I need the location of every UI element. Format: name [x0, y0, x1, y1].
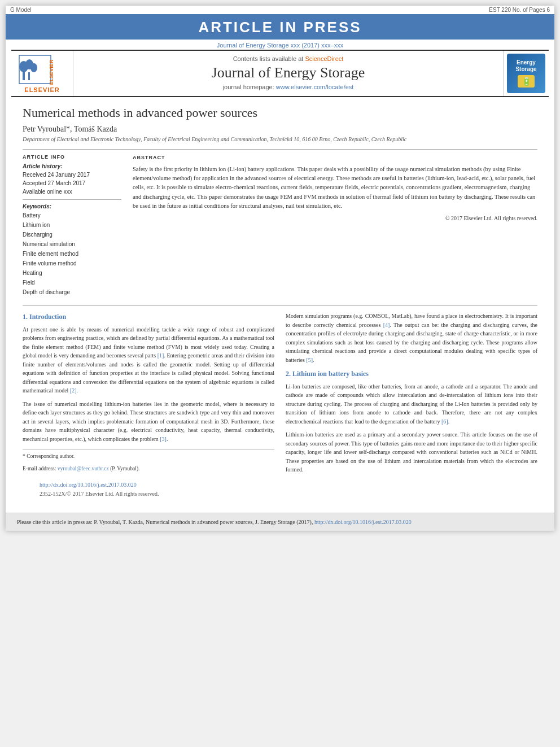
ref-4[interactable]: [4]	[383, 322, 390, 328]
ref-1[interactable]: [1]	[158, 352, 164, 359]
journal-link-text[interactable]: Journal of Energy Storage xxx (2017) xxx…	[217, 42, 343, 49]
article-title: Numerical methods in advanced power sour…	[23, 106, 537, 120]
received-text: Received 24 January 2017	[23, 171, 121, 179]
abstract-text: Safety is the first priority in lithium …	[133, 165, 537, 211]
g-model-label: G Model	[10, 7, 32, 13]
badge-line1: Energy	[517, 59, 536, 65]
homepage-line: journal homepage: www.elsevier.com/locat…	[79, 84, 497, 90]
email-label: E-mail address:	[23, 466, 56, 471]
intro-title: 1. Introduction	[23, 312, 274, 322]
article-info-label: ARTICLE INFO	[23, 154, 121, 160]
article-in-press-banner: ARTICLE IN PRESS	[6, 14, 554, 40]
email-link[interactable]: vyroubal@feec.vutbr.cz	[58, 466, 109, 471]
article-meta: ARTICLE INFO Article history: Received 2…	[23, 149, 537, 297]
journal-title: Journal of Energy Storage	[79, 64, 497, 81]
footnote-area: * Corresponding author. E-mail address: …	[23, 449, 274, 473]
page: G Model EST 220 No. of Pages 6 ARTICLE I…	[6, 6, 554, 531]
est-no-label: EST 220 No. of Pages 6	[489, 7, 550, 13]
ref-6[interactable]: [6]	[441, 418, 448, 425]
article-info: ARTICLE INFO Article history: Received 2…	[23, 154, 121, 297]
citation-bar: Please cite this article in press as: P.…	[6, 513, 554, 531]
liion-para-2: Lithium-ion batteries are used as a prim…	[286, 430, 537, 474]
abstract-copyright: © 2017 Elsevier Ltd. All rights reserved…	[133, 214, 537, 223]
energy-storage-badge: Energy Storage 🔋	[507, 54, 545, 93]
elsevier-logo-area: ELSEVIER ELSEVIER	[11, 51, 73, 96]
accepted-text: Accepted 27 March 2017	[23, 179, 121, 187]
available-text: Available online xxx	[23, 187, 121, 196]
banner-text: ARTICLE IN PRESS	[198, 19, 361, 36]
doi-link[interactable]: http://dx.doi.org/10.1016/j.est.2017.03.…	[40, 482, 137, 488]
liion-title: 2. Lithium ion battery basics	[286, 369, 537, 379]
svg-text:ELSEVIER: ELSEVIER	[49, 59, 54, 85]
copyright-footer: 2352-152X/© 2017 Elsevier Ltd. All right…	[23, 491, 537, 501]
article-authors: Petr Vyroubal*, Tomáš Kazda	[23, 125, 537, 134]
divider	[23, 199, 121, 200]
footnote-email: E-mail address: vyroubal@feec.vutbr.cz (…	[23, 465, 274, 473]
elsevier-logo-svg: ELSEVIER	[18, 54, 66, 85]
elsevier-wordmark: ELSEVIER	[24, 86, 59, 93]
article-content: Numerical methods in advanced power sour…	[6, 97, 554, 513]
contents-line: Contents lists available at ScienceDirec…	[79, 55, 497, 62]
g-model-bar: G Model EST 220 No. of Pages 6	[6, 6, 554, 14]
keywords-list: BatteryLithium ionDischargingNumerical s…	[23, 211, 121, 297]
journal-header: ELSEVIER ELSEVIER Contents lists availab…	[11, 50, 549, 97]
intro-para-1: At present one is able by means of numer…	[23, 325, 274, 395]
article-affiliation: Department of Electrical and Electronic …	[23, 136, 537, 142]
footnote-corresponding: * Corresponding author.	[23, 452, 274, 460]
svg-rect-4	[28, 72, 30, 80]
journal-header-center: Contents lists available at ScienceDirec…	[73, 51, 504, 96]
keywords-label: Keywords:	[23, 203, 121, 209]
history-label: Article history:	[23, 163, 121, 169]
modern-sim-para: Modern simulation programs (e.g. COMSOL,…	[286, 312, 537, 364]
liion-para-1: Li-Ion batteries are composed, like othe…	[286, 382, 537, 426]
email-name: (P. Vyroubal).	[110, 466, 139, 471]
sciencedirect-link[interactable]: ScienceDirect	[305, 55, 343, 62]
svg-point-3	[30, 63, 37, 72]
citation-link[interactable]: http://dx.doi.org/10.1016/j.est.2017.03.…	[314, 519, 412, 525]
journal-header-right: Energy Storage 🔋	[504, 51, 549, 96]
badge-icon: 🔋	[518, 75, 535, 88]
ref-2[interactable]: [2]	[70, 387, 77, 394]
bottom-links: http://dx.doi.org/10.1016/j.est.2017.03.…	[23, 479, 537, 491]
badge-title: Energy Storage	[515, 59, 536, 73]
journal-link-bar: Journal of Energy Storage xxx (2017) xxx…	[6, 40, 554, 50]
contents-text: Contents lists available at	[233, 55, 304, 62]
ref-3[interactable]: [3]	[160, 436, 167, 442]
intro-para-2: The issue of numerical modelling lithium…	[23, 400, 274, 444]
abstract-section: ABSTRACT Safety is the first priority in…	[133, 154, 537, 297]
badge-line2: Storage	[515, 66, 536, 72]
citation-text: Please cite this article in press as: P.…	[17, 519, 313, 525]
body-columns: 1. Introduction At present one is able b…	[23, 305, 537, 479]
authors-text: Petr Vyroubal*, Tomáš Kazda	[23, 125, 117, 133]
svg-rect-0	[23, 71, 25, 80]
ref-5[interactable]: [5]	[306, 357, 313, 363]
body-col-right: Modern simulation programs (e.g. COMSOL,…	[286, 312, 537, 479]
abstract-label: ABSTRACT	[133, 154, 537, 162]
body-col-left: 1. Introduction At present one is able b…	[23, 312, 274, 479]
homepage-label: journal homepage:	[223, 84, 274, 90]
homepage-url[interactable]: www.elsevier.com/locate/est	[276, 84, 354, 90]
